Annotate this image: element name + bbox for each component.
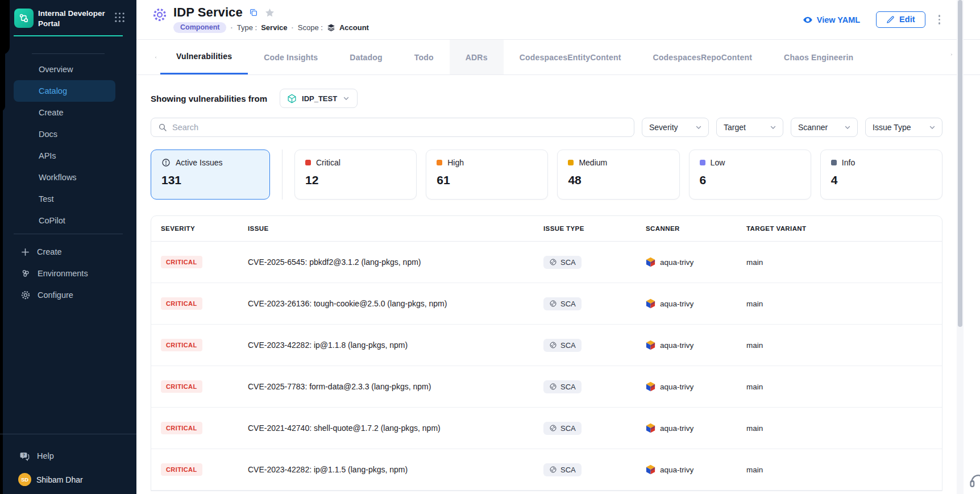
table-row[interactable]: CRITICAL CVE-2023-42282: ip@1.1.8 (lang-… <box>151 325 942 366</box>
sca-fingerprint-icon <box>549 466 557 474</box>
scanner-cell: aqua-trivy <box>646 340 746 350</box>
portal-logo[interactable] <box>14 9 34 28</box>
sidebar-item-catalog[interactable]: Catalog <box>14 80 115 102</box>
tab-adrs[interactable]: ADRs <box>450 40 504 74</box>
project-select[interactable]: IDP_TEST <box>280 89 358 108</box>
search-input[interactable] <box>172 123 627 132</box>
critical-dot <box>305 160 311 165</box>
tabs-scroll-left-icon[interactable] <box>151 53 160 62</box>
tab-code-insights[interactable]: Code Insights <box>248 40 334 74</box>
issue-type-pill: SCA <box>543 297 582 310</box>
tab-datadog[interactable]: Datadog <box>334 40 398 74</box>
issue-text: CVE-2023-26136: tough-cookie@2.5.0 (lang… <box>248 299 543 308</box>
sidebar: Internal Developer Portal Overview Catal… <box>0 0 136 494</box>
medium-card[interactable]: Medium 48 <box>557 150 679 200</box>
scope-label: Scope : <box>298 23 323 32</box>
severity-badge: CRITICAL <box>161 463 202 476</box>
target-variant-text: main <box>746 341 942 350</box>
sidebar-action-configure[interactable]: Configure <box>0 284 136 306</box>
low-card[interactable]: Low 6 <box>689 150 811 200</box>
chevron-down-icon <box>342 94 350 102</box>
target-filter[interactable]: Target <box>716 118 783 137</box>
scanner-cell: aqua-trivy <box>646 423 746 433</box>
user-name: Shibam Dhar <box>36 475 83 484</box>
severity-stats: Active Issues 131 Critical 12 High 61 Me… <box>151 150 942 200</box>
table-row[interactable]: CRITICAL CVE-2023-42282: ip@1.1.5 (lang-… <box>151 449 942 491</box>
user-menu[interactable]: SD Shibam Dhar <box>0 471 136 494</box>
sidebar-item-overview[interactable]: Overview <box>14 59 115 80</box>
high-card[interactable]: High 61 <box>426 150 548 200</box>
table-row[interactable]: CRITICAL CVE-2025-6545: pbkdf2@3.1.2 (la… <box>151 242 942 283</box>
scrollbar-thumb[interactable] <box>958 0 962 327</box>
scanner-cell: aqua-trivy <box>646 381 746 392</box>
sidebar-item-docs[interactable]: Docs <box>14 123 115 145</box>
trivy-cube-icon <box>646 340 655 350</box>
severity-badge: CRITICAL <box>161 297 202 310</box>
table-row[interactable]: CRITICAL CVE-2021-42740: shell-quote@1.7… <box>151 408 942 449</box>
chevron-down-icon <box>695 123 703 131</box>
table-header: SEVERITY ISSUE ISSUE TYPE SCANNER TARGET… <box>151 216 942 242</box>
tab-todo[interactable]: Todo <box>398 40 450 74</box>
layers-icon <box>327 23 335 32</box>
tab-chaos-engineering[interactable]: Chaos Engineerin <box>768 40 869 74</box>
apps-grid-icon[interactable] <box>114 12 125 23</box>
view-yaml-button[interactable]: View YAML <box>803 15 860 25</box>
chevron-down-icon <box>769 123 777 131</box>
sidebar-item-test[interactable]: Test <box>14 188 115 210</box>
tab-vulnerabilities[interactable]: Vulnerabilities <box>160 40 248 74</box>
issue-type-filter[interactable]: Issue Type <box>865 118 942 137</box>
sidebar-nav: Overview Catalog Create Docs APIs Workfl… <box>0 59 136 231</box>
pencil-icon <box>886 15 895 24</box>
sca-fingerprint-icon <box>549 341 557 349</box>
sidebar-action-create[interactable]: Create <box>0 241 136 263</box>
portal-title: Internal Developer Portal <box>38 9 105 28</box>
tab-codespaces-entity-content[interactable]: CodespacesEntityContent <box>504 40 637 74</box>
scanner-cell: aqua-trivy <box>646 257 746 267</box>
sidebar-action-environments[interactable]: Environments <box>0 263 136 284</box>
copy-icon[interactable] <box>249 8 258 17</box>
svg-text:?: ? <box>23 453 25 456</box>
active-issues-card[interactable]: Active Issues 131 <box>151 150 270 200</box>
critical-card[interactable]: Critical 12 <box>294 150 417 200</box>
workflow-logo-icon <box>18 13 30 24</box>
sidebar-item-create[interactable]: Create <box>14 102 115 123</box>
target-variant-text: main <box>746 383 942 391</box>
trivy-cube-icon <box>646 423 655 433</box>
table-row[interactable]: CRITICAL CVE-2023-26136: tough-cookie@2.… <box>151 283 942 325</box>
page-title: IDP Service <box>173 5 243 20</box>
cube-icon <box>287 94 297 103</box>
support-headset-icon[interactable] <box>969 471 980 491</box>
search-icon <box>158 123 167 132</box>
high-dot <box>437 160 442 165</box>
entity-tabs: Vulnerabilities Code Insights Datadog To… <box>136 40 980 75</box>
eye-icon <box>803 15 813 25</box>
target-variant-text: main <box>746 300 942 308</box>
divider <box>0 434 136 434</box>
info-dot <box>831 160 837 165</box>
sidebar-item-copilot[interactable]: CoPilot <box>14 210 115 231</box>
sidebar-actions: Create Environments Configure <box>0 241 136 306</box>
star-icon[interactable] <box>264 7 275 18</box>
issue-text: CVE-2021-42740: shell-quote@1.7.2 (lang-… <box>248 424 543 433</box>
info-card[interactable]: Info 4 <box>820 150 942 200</box>
scanner-filter[interactable]: Scanner <box>791 118 858 137</box>
trivy-cube-icon <box>646 381 655 392</box>
tabs-scroll-right-icon[interactable] <box>947 50 956 59</box>
severity-badge: CRITICAL <box>161 422 202 434</box>
sidebar-item-workflows[interactable]: Workflows <box>14 167 115 188</box>
more-options-button[interactable] <box>936 13 943 27</box>
sidebar-item-apis[interactable]: APIs <box>14 145 115 167</box>
vulnerabilities-table: SEVERITY ISSUE ISSUE TYPE SCANNER TARGET… <box>151 215 942 491</box>
trivy-cube-icon <box>646 464 655 475</box>
chevron-down-icon <box>928 123 936 131</box>
table-row[interactable]: CRITICAL CVE-2025-7783: form-data@2.3.3 … <box>151 366 942 408</box>
help-button[interactable]: ? Help <box>0 441 136 471</box>
tab-codespaces-repo-content[interactable]: CodespacesRepoContent <box>637 40 769 74</box>
severity-badge: CRITICAL <box>161 339 202 351</box>
edit-button[interactable]: Edit <box>876 11 925 28</box>
trivy-cube-icon <box>646 298 655 309</box>
scope-value: Account <box>339 23 369 32</box>
plus-icon <box>20 247 30 257</box>
severity-filter[interactable]: Severity <box>642 118 709 137</box>
divider <box>282 150 283 200</box>
